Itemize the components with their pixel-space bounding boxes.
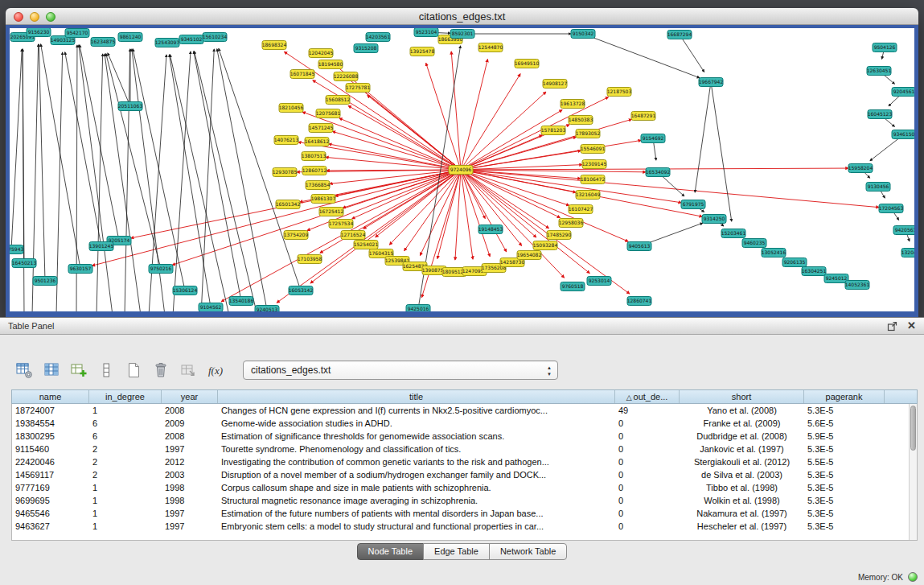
network-window-titlebar[interactable]: citations_edges.txt [6,8,918,25]
new-document-icon[interactable] [122,359,146,381]
graph-node[interactable]: 9253014 [587,277,611,286]
table-row[interactable]: 1938455462009Genome-wide association stu… [12,417,917,430]
graph-node[interactable]: 9501236 [33,277,57,286]
graph-node[interactable]: 12543097 [155,39,180,47]
tab-network-table[interactable]: Network Table [489,543,568,560]
graph-node[interactable]: 12187503 [607,88,632,97]
graph-node[interactable]: 9206135 [782,258,807,267]
graph-node[interactable]: 16501342 [276,200,301,209]
column-header-year[interactable]: year [162,390,218,403]
graph-node[interactable]: 17257534 [329,220,354,229]
graph-node[interactable]: 16450213 [12,259,37,268]
graph-node[interactable]: 16071845 [290,70,315,79]
graph-node[interactable]: 15306124 [173,286,198,295]
table-row[interactable]: 969969511998Structural magnetic resonanc… [12,494,917,507]
graph-node[interactable]: 9861240 [118,33,142,42]
table-row[interactable]: 946362711997Embryonic stem cells: a mode… [12,520,917,533]
graph-node[interactable]: 9420561 [893,226,914,235]
graph-node[interactable]: 14571245 [309,124,334,133]
graph-node[interactable]: 12042045 [309,49,334,58]
graph-node[interactable]: 15203461 [721,229,746,238]
table-row[interactable]: 911546021997Tourette syndrome. Phenomeno… [12,443,917,455]
graph-node[interactable]: 12075681 [316,109,341,118]
graph-node[interactable]: 15610234 [203,33,228,42]
graph-node[interactable]: 9405613 [627,242,651,251]
graph-node[interactable]: 13807513 [302,152,326,161]
graph-node[interactable]: 9150342 [571,30,595,39]
graph-node[interactable]: 19148453 [478,225,503,234]
graph-node[interactable]: 15608512 [326,96,351,105]
graph-node[interactable]: 16053142 [289,286,314,295]
close-window-button[interactable] [14,12,23,22]
graph-node[interactable]: 13216049 [576,191,601,200]
graph-node[interactable]: 9724096 [449,166,473,175]
table-columns-icon[interactable] [40,359,64,381]
graph-node[interactable]: 9345102 [179,35,203,44]
graph-node[interactable]: 16418612 [305,138,330,146]
graph-node[interactable]: 14052361 [845,281,870,290]
graph-node[interactable]: 12860712 [302,167,327,175]
tab-edge-table[interactable]: Edge Table [423,543,490,560]
table-row[interactable]: 1872400712008Changes of HCN gene express… [12,404,917,417]
graph-node[interactable]: 18106472 [581,175,606,184]
graph-node[interactable]: 8592301 [450,30,474,39]
table-row[interactable]: 1456911722003Disruption of a novel membe… [12,468,917,481]
graph-node[interactable]: 16949510 [515,60,540,68]
graph-node[interactable]: 9314250 [702,215,726,224]
graph-node[interactable]: 9750216 [149,265,173,274]
graph-node[interactable]: 13052416 [762,249,786,257]
graph-node[interactable]: 9425016 [406,305,430,312]
minimize-window-button[interactable] [30,12,39,22]
graph-node[interactable]: 9346150 [892,130,914,139]
float-panel-icon[interactable] [887,321,897,332]
graph-node[interactable]: 14908127 [543,80,568,89]
graph-node[interactable]: 9460235 [742,239,766,248]
graph-node[interactable]: 16107427 [569,205,593,214]
graph-node[interactable]: 18698324 [262,41,287,50]
graph-node[interactable]: 16304251 [802,267,827,276]
graph-node[interactable]: 15958204 [848,164,873,173]
graph-node[interactable]: 9760518 [561,282,585,291]
graph-node[interactable]: 12544870 [478,43,503,52]
graph-node[interactable]: 9523104 [414,28,438,37]
column-header-pagerank[interactable]: pagerank [804,390,885,403]
graph-node[interactable]: 17485290 [547,231,572,240]
scrollbar-thumb[interactable] [910,406,916,451]
graph-node[interactable]: 9130456 [866,183,890,192]
table-selector-combobox[interactable]: citations_edges.txt ▲▼ [243,360,558,380]
column-header-short[interactable]: short [680,390,804,403]
graph-node[interactable]: 16725412 [319,208,344,216]
column-header-title[interactable]: title [218,390,615,403]
graph-node[interactable]: 12226088 [334,72,359,81]
graph-node[interactable]: 13925478 [410,47,435,56]
graph-node[interactable]: 16687294 [667,31,692,39]
graph-node[interactable]: 9315208 [354,44,378,53]
rows-icon[interactable] [95,359,119,381]
graph-node[interactable]: 18194580 [318,60,343,69]
graph-node[interactable]: 13901245 [89,242,114,251]
graph-node[interactable]: 15254021 [354,241,379,249]
graph-node[interactable]: 19654082 [517,251,542,260]
graph-node[interactable]: 13540186 [229,297,254,306]
graph-node[interactable]: 13204519 [901,249,914,257]
graph-node[interactable]: 12958036 [559,219,584,228]
table-settings-icon[interactable] [13,359,37,381]
table-vertical-scrollbar[interactable] [909,404,917,540]
graph-node[interactable]: 20511063 [118,102,143,111]
graph-node[interactable]: 9204561 [892,88,914,97]
graph-node[interactable]: 16487291 [631,112,656,121]
graph-node[interactable]: 15546091 [581,145,606,154]
graph-node[interactable]: 9240513 [255,306,279,312]
graph-node[interactable]: 19861307 [311,195,336,204]
table-row[interactable]: 2242004622012Investigating the contribut… [12,455,917,468]
graph-node[interactable]: 9542170 [65,29,89,38]
import-table-icon[interactable] [177,359,201,381]
graph-node[interactable]: 9154692 [641,134,665,143]
network-canvas[interactable]: 9724096186983241204204516071845181945801… [10,28,914,311]
graph-node[interactable]: 17275781 [346,84,371,93]
graph-node[interactable]: 9104562 [199,303,223,312]
graph-node[interactable]: 19667942 [699,78,724,87]
graph-node[interactable]: 6791975 [681,200,705,209]
function-icon[interactable]: f(x) [204,359,228,381]
graph-node[interactable]: 15781203 [541,126,566,135]
